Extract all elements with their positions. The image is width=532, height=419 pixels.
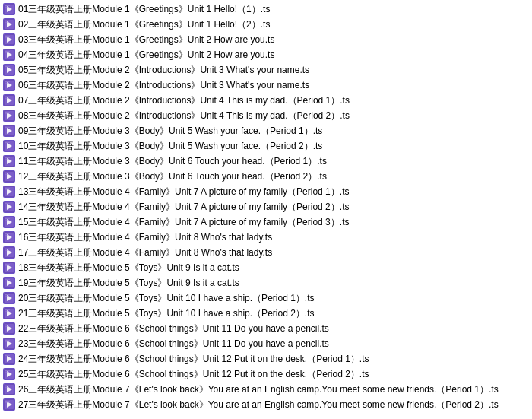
list-item[interactable]: 11三年级英语上册Module 3《Body》Unit 6 Touch your… xyxy=(0,154,532,169)
file-name-label: 16三年级英语上册Module 4《Family》Unit 8 Who's th… xyxy=(18,230,272,244)
ts-file-icon xyxy=(3,262,15,274)
list-item[interactable]: 18三年级英语上册Module 5《Toys》Unit 9 Is it a ca… xyxy=(0,260,532,275)
list-item[interactable]: 04三年级英语上册Module 1《Greetings》Unit 2 How a… xyxy=(0,47,532,62)
svg-rect-63 xyxy=(5,188,10,189)
svg-rect-38 xyxy=(5,112,10,113)
list-item[interactable]: 22三年级英语上册Module 6《School things》Unit 11 … xyxy=(0,321,532,336)
svg-rect-108 xyxy=(5,325,10,325)
file-name-label: 25三年级英语上册Module 6《School things》Unit 12 … xyxy=(18,367,369,381)
list-item[interactable]: 02三年级英语上册Module 1《Greetings》Unit 1 Hello… xyxy=(0,17,532,32)
ts-file-icon xyxy=(3,338,15,350)
svg-rect-89 xyxy=(5,265,8,266)
ts-file-icon xyxy=(3,307,15,319)
list-item[interactable]: 23三年级英语上册Module 6《School things》Unit 11 … xyxy=(0,336,532,351)
file-name-label: 01三年级英语上册Module 1《Greetings》Unit 1 Hello… xyxy=(18,2,270,16)
ts-file-icon xyxy=(3,277,15,289)
file-name-label: 21三年级英语上册Module 5《Toys》Unit 10 I have a … xyxy=(18,306,314,320)
svg-rect-114 xyxy=(5,341,8,342)
file-name-label: 03三年级英语上册Module 1《Greetings》Unit 2 How a… xyxy=(18,33,274,46)
svg-rect-83 xyxy=(5,249,10,249)
svg-rect-34 xyxy=(5,98,8,99)
list-item[interactable]: 17三年级英语上册Module 4《Family》Unit 8 Who's th… xyxy=(0,245,532,260)
list-item[interactable]: 20三年级英语上册Module 5《Toys》Unit 10 I have a … xyxy=(0,290,532,306)
file-name-label: 19三年级英语上册Module 5《Toys》Unit 9 Is it a ca… xyxy=(18,276,239,290)
svg-rect-24 xyxy=(5,68,8,68)
ts-file-icon xyxy=(3,170,15,183)
list-item[interactable]: 01三年级英语上册Module 1《Greetings》Unit 1 Hello… xyxy=(0,2,532,17)
svg-rect-109 xyxy=(5,326,8,327)
list-item[interactable]: 03三年级英语上册Module 1《Greetings》Unit 2 How a… xyxy=(0,32,532,47)
svg-rect-13 xyxy=(5,36,10,37)
svg-rect-59 xyxy=(5,174,8,175)
list-item[interactable]: 24三年级英语上册Module 6《School things》Unit 12 … xyxy=(0,351,532,367)
svg-rect-28 xyxy=(5,81,10,82)
list-item[interactable]: 09三年级英语上册Module 3《Body》Unit 5 Wash your … xyxy=(0,123,532,138)
svg-rect-128 xyxy=(5,386,10,386)
list-item[interactable]: 14三年级英语上册Module 4《Family》Unit 7 A pictur… xyxy=(0,199,532,214)
list-item[interactable]: 10三年级英语上册Module 3《Body》Unit 5 Wash your … xyxy=(0,138,532,154)
svg-rect-19 xyxy=(5,52,8,53)
svg-rect-124 xyxy=(5,372,8,373)
svg-rect-88 xyxy=(5,264,10,265)
svg-rect-84 xyxy=(5,250,8,251)
ts-file-icon xyxy=(3,155,15,167)
file-name-label: 04三年级英语上册Module 1《Greetings》Unit 2 How a… xyxy=(18,48,274,62)
ts-file-icon xyxy=(3,246,15,259)
list-item[interactable]: 12三年级英语上册Module 3《Body》Unit 6 Touch your… xyxy=(0,169,532,184)
list-item[interactable]: 27三年级英语上册Module 7《Let's look back》You ar… xyxy=(0,397,532,412)
file-name-label: 14三年级英语上册Module 4《Family》Unit 7 A pictur… xyxy=(18,200,349,214)
svg-rect-64 xyxy=(5,189,8,190)
svg-rect-78 xyxy=(5,233,10,234)
ts-file-icon xyxy=(3,125,15,137)
list-item[interactable]: 06三年级英语上册Module 2《Introductions》Unit 3 W… xyxy=(0,78,532,93)
ts-file-icon xyxy=(3,216,15,228)
svg-rect-14 xyxy=(5,37,8,38)
file-list: 01三年级英语上册Module 1《Greetings》Unit 1 Hello… xyxy=(0,0,532,414)
file-name-label: 07三年级英语上册Module 2《Introductions》Unit 4 T… xyxy=(18,94,350,107)
ts-file-icon xyxy=(3,140,15,152)
list-item[interactable]: 15三年级英语上册Module 4《Family》Unit 7 A pictur… xyxy=(0,214,532,230)
svg-rect-74 xyxy=(5,220,8,221)
list-item[interactable]: 13三年级英语上册Module 4《Family》Unit 7 A pictur… xyxy=(0,184,532,199)
file-name-label: 18三年级英语上册Module 5《Toys》Unit 9 Is it a ca… xyxy=(18,261,239,275)
ts-file-icon xyxy=(3,18,15,30)
ts-file-icon xyxy=(3,231,15,243)
file-name-label: 15三年级英语上册Module 4《Family》Unit 7 A pictur… xyxy=(18,215,349,229)
ts-file-icon xyxy=(3,383,15,395)
file-name-label: 10三年级英语上册Module 3《Body》Unit 5 Wash your … xyxy=(18,139,322,153)
file-name-label: 12三年级英语上册Module 3《Body》Unit 6 Touch your… xyxy=(18,170,327,183)
ts-file-icon xyxy=(3,3,15,15)
ts-file-icon xyxy=(3,64,15,76)
list-item[interactable]: 08三年级英语上册Module 2《Introductions》Unit 4 T… xyxy=(0,108,532,123)
list-item[interactable]: 19三年级英语上册Module 5《Toys》Unit 9 Is it a ca… xyxy=(0,275,532,290)
ts-file-icon xyxy=(3,49,15,61)
ts-file-icon xyxy=(3,322,15,335)
svg-rect-33 xyxy=(5,97,10,97)
file-name-label: 09三年级英语上册Module 3《Body》Unit 5 Wash your … xyxy=(18,124,322,138)
svg-rect-48 xyxy=(5,142,10,143)
svg-rect-123 xyxy=(5,370,10,371)
svg-rect-68 xyxy=(5,203,10,204)
svg-rect-3 xyxy=(5,5,10,6)
list-item[interactable]: 05三年级英语上册Module 2《Introductions》Unit 3 W… xyxy=(0,62,532,78)
svg-rect-119 xyxy=(5,357,8,357)
file-name-label: 08三年级英语上册Module 2《Introductions》Unit 4 T… xyxy=(18,109,350,122)
svg-rect-58 xyxy=(5,173,10,173)
svg-rect-18 xyxy=(5,51,10,52)
list-item[interactable]: 07三年级英语上册Module 2《Introductions》Unit 4 T… xyxy=(0,93,532,108)
file-name-label: 05三年级英语上册Module 2《Introductions》Unit 3 W… xyxy=(18,63,309,77)
ts-file-icon xyxy=(3,186,15,198)
svg-rect-94 xyxy=(5,281,8,281)
svg-rect-79 xyxy=(5,235,8,236)
svg-rect-54 xyxy=(5,159,8,160)
ts-file-icon xyxy=(3,79,15,91)
list-item[interactable]: 21三年级英语上册Module 5《Toys》Unit 10 I have a … xyxy=(0,306,532,321)
list-item[interactable]: 25三年级英语上册Module 6《School things》Unit 12 … xyxy=(0,367,532,382)
file-name-label: 20三年级英语上册Module 5《Toys》Unit 10 I have a … xyxy=(18,291,314,305)
list-item[interactable]: 16三年级英语上册Module 4《Family》Unit 8 Who's th… xyxy=(0,230,532,245)
svg-rect-43 xyxy=(5,127,10,128)
file-name-label: 02三年级英语上册Module 1《Greetings》Unit 1 Hello… xyxy=(18,17,270,31)
list-item[interactable]: 26三年级英语上册Module 7《Let's look back》You ar… xyxy=(0,382,532,397)
file-name-label: 22三年级英语上册Module 6《School things》Unit 11 … xyxy=(18,322,329,335)
svg-rect-103 xyxy=(5,309,10,310)
